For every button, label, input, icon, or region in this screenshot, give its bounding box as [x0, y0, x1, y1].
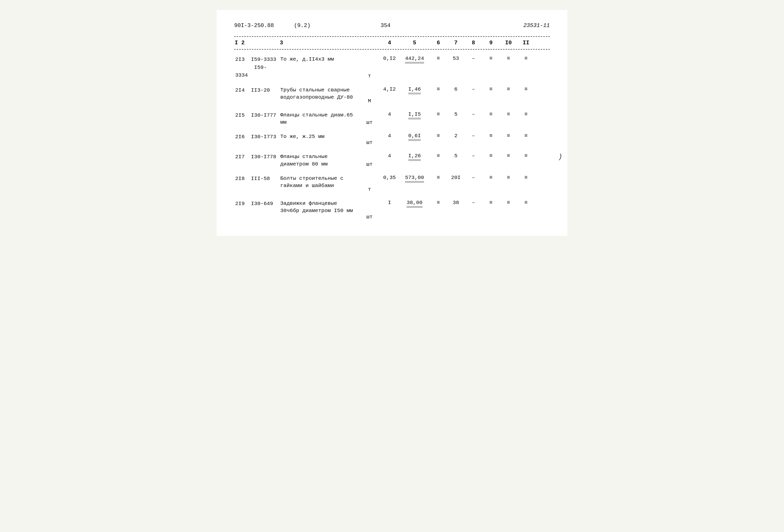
col-header-5: 5 [399, 39, 429, 47]
row-unit: т [359, 186, 380, 193]
document-page: { "header": { "doc_number": "90I-3-250.8… [217, 10, 567, 236]
row-col8: – [465, 175, 482, 180]
table-row: 2I7 I30-I778 Фланцы стальные диаметром 8… [234, 149, 550, 171]
row-price: 38,00 [399, 200, 429, 206]
row-col11: ≡ [517, 86, 535, 92]
row-col9: ≡ [482, 86, 500, 92]
row-description: То же, д.II4х3 мм [279, 56, 359, 63]
row-col6: ≡ [429, 133, 447, 139]
row-unit: т [359, 73, 380, 79]
row-id: 2I3 I59-3333 I59-3334 [234, 56, 279, 79]
row-description: Болты строительные с гайками и шайбами [279, 175, 359, 189]
row-col8: – [465, 111, 482, 117]
row-col6: ≡ [429, 175, 447, 180]
row-price: I,26 [399, 153, 429, 159]
row-col7: 5 [447, 153, 465, 159]
row-id: 2I7 I30-I778 [234, 153, 279, 161]
row-qty: I [380, 200, 399, 206]
row-qty: 4 [380, 153, 399, 159]
row-col8: – [465, 56, 482, 61]
row-col7: 6 [447, 86, 465, 92]
header-left: 90I-3-250.88 (9.2) 354 [234, 23, 391, 29]
row-qty: 4 [380, 111, 399, 117]
row-col11: ≡ [517, 111, 535, 117]
decorative-mark: ) [558, 153, 562, 161]
col-header-8: 8 [465, 39, 482, 47]
row-col11: ≡ [517, 175, 535, 180]
page-header: 90I-3-250.88 (9.2) 354 23531-11 [234, 23, 550, 29]
row-qty: 4,I2 [380, 86, 399, 92]
col-header-2: 3 [279, 39, 359, 47]
table-row: 2I8 III-58 Болты строительные с гайками … [234, 171, 550, 196]
row-col10: ≡ [500, 175, 517, 180]
row-col7: 53 [447, 56, 465, 61]
row-col9: ≡ [482, 175, 500, 180]
row-col7: 20I [447, 175, 465, 180]
row-col6: ≡ [429, 153, 447, 159]
row-col11: ≡ [517, 56, 535, 61]
col-header-unit [359, 39, 380, 47]
table-row: 2I3 I59-3333 I59-3334 То же, д.II4х3 мм … [234, 52, 550, 82]
col-header-11: II [517, 39, 535, 47]
row-col9: ≡ [482, 111, 500, 117]
col-header-4: 4 [380, 39, 399, 47]
row-qty: 0,I2 [380, 56, 399, 61]
row-col7: 2 [447, 133, 465, 139]
row-col9: ≡ [482, 153, 500, 159]
col-header-9: 9 [482, 39, 500, 47]
row-price: I,I5 [399, 111, 429, 117]
row-col7: 5 [447, 111, 465, 117]
row-price: 573,00 [399, 175, 429, 180]
row-col6: ≡ [429, 86, 447, 92]
sub-number: (9.2) [294, 23, 310, 29]
col-header-6: 6 [429, 39, 447, 47]
row-unit: шт [359, 161, 380, 168]
row-col6: ≡ [429, 200, 447, 206]
page-number: 354 [381, 23, 391, 29]
row-col10: ≡ [500, 86, 517, 92]
row-col10: ≡ [500, 153, 517, 159]
row-col9: ≡ [482, 200, 500, 206]
row-id: 2I9 I30-649 [234, 200, 279, 208]
row-price: 442,24 [399, 56, 429, 61]
row-col8: – [465, 200, 482, 206]
row-col10: ≡ [500, 200, 517, 206]
row-col9: ≡ [482, 56, 500, 61]
col-header-1: I 2 [234, 39, 279, 47]
row-col8: – [465, 86, 482, 92]
row-unit: шт [359, 120, 380, 126]
row-price: 0,6I [399, 133, 429, 139]
col-header-7: 7 [447, 39, 465, 47]
col-header-10: I0 [500, 39, 517, 47]
column-headers: I 2 3 4 5 6 7 8 9 I0 II [234, 39, 550, 47]
doc-number: 90I-3-250.88 [234, 23, 274, 29]
table-body: 2I3 I59-3333 I59-3334 То же, д.II4х3 мм … [234, 52, 550, 223]
row-col10: ≡ [500, 56, 517, 61]
row-col11: ≡ [517, 200, 535, 206]
row-col7: 38 [447, 200, 465, 206]
row-col8: – [465, 153, 482, 159]
row-id: 2I5 I30-I777 [234, 111, 279, 119]
row-unit: шт [359, 140, 380, 146]
row-col8: – [465, 133, 482, 139]
row-description: Задвижки фланцевые 30ч6бр диаметром I50 … [279, 200, 359, 214]
table-row: 2I5 I30-I777 Фланцы стальные диам.65 мм … [234, 108, 550, 129]
table-row: 2I9 I30-649 Задвижки фланцевые 30ч6бр ди… [234, 196, 550, 223]
row-price: I,46 [399, 86, 429, 92]
row-description: Фланцы стальные диам.65 мм [279, 111, 359, 126]
row-col11: ≡ [517, 133, 535, 139]
row-qty: 0,35 [380, 175, 399, 180]
row-id: 2I4 II3-20 [234, 86, 279, 94]
row-unit: М [359, 98, 380, 105]
row-col9: ≡ [482, 133, 500, 139]
row-col10: ≡ [500, 133, 517, 139]
top-divider [234, 36, 550, 37]
table-row: 2I6 I30-I773 То же, ж.25 мм шт 4 0,6I ≡ … [234, 129, 550, 149]
row-col11: ≡ [517, 153, 535, 159]
row-col6: ≡ [429, 56, 447, 61]
row-description: То же, ж.25 мм [279, 133, 359, 140]
row-id: 2I8 III-58 [234, 175, 279, 183]
row-description: Фланцы стальные диаметром 80 мм [279, 153, 359, 168]
header-divider [234, 49, 550, 50]
table-row: 2I4 II3-20 Трубы стальные сварные водога… [234, 82, 550, 108]
